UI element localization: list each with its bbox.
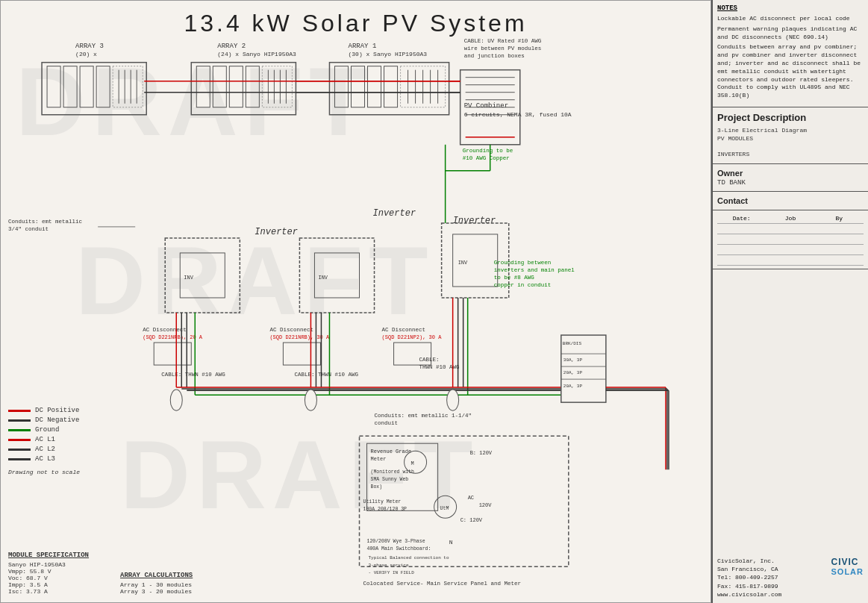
note-1: Permanent warning plaques indicating AC … [717, 25, 864, 42]
svg-text:Conduits: emt metallic: Conduits: emt metallic [8, 219, 82, 225]
notes-section: NOTES Lockable AC disconnect per local c… [713, 0, 868, 107]
inverters-label: INVERTERS [717, 150, 864, 158]
module-spec-line-4: Isc: 3.73 A [8, 588, 89, 595]
svg-text:Grounding to be: Grounding to be [463, 148, 513, 154]
svg-text:to be #8 AWG: to be #8 AWG [494, 275, 535, 281]
owner-name: TD BANK [717, 179, 864, 187]
array-calc-area: ARRAY CALCULATIONS Array 1 - 30 modules … [120, 572, 193, 595]
module-spec-line-3: Impp: 3.5 A [8, 581, 89, 588]
legend-ac-l2: AC L2 [8, 446, 80, 453]
legend-area: DC Positive DC Negative Ground AC L1 AC … [8, 407, 80, 475]
note-0: Lockable AC disconnect per local code [717, 15, 864, 23]
module-spec-line-1: Vmpp: 55.8 V [8, 568, 89, 575]
svg-text:INV: INV [184, 275, 193, 281]
array-calc-heading: ARRAY CALCULATIONS [120, 572, 193, 579]
project-description-section: Project Description 3-Line Electrical Di… [713, 107, 868, 164]
dc-positive-line [8, 410, 31, 412]
svg-rect-33 [368, 66, 381, 107]
date-row-2 [717, 234, 864, 245]
svg-rect-34 [384, 66, 398, 107]
date-header-row: Date: Job By [717, 213, 864, 224]
svg-text:Box): Box) [371, 484, 383, 490]
project-description-heading: Project Description [717, 112, 864, 123]
legend-ac-l1: AC L1 [8, 436, 80, 443]
sidebar: NOTES Lockable AC disconnect per local c… [711, 0, 868, 603]
svg-text:AC Disconnect: AC Disconnect [143, 327, 187, 333]
ground-line [8, 429, 31, 431]
svg-text:B: 120V: B: 120V [470, 450, 493, 456]
svg-text:Conduits: emt metallic 1-1/4": Conduits: emt metallic 1-1/4" [375, 413, 472, 419]
company-address: CivicSolar, Inc. San Francisco, CA Tel: … [717, 557, 781, 599]
svg-rect-24 [246, 66, 259, 107]
svg-text:M: M [411, 460, 414, 466]
module-spec-area: MODULE SPECIFICATION Sanyo HIP-1950A3 Vm… [8, 552, 89, 595]
svg-text:PV Combiner: PV Combiner [464, 102, 508, 110]
svg-rect-82 [283, 343, 320, 365]
svg-text:INV: INV [458, 260, 468, 266]
svg-text:- VERIFY IN FIELD: - VERIFY IN FIELD [369, 570, 415, 575]
svg-text:20A, 3P: 20A, 3P [563, 370, 583, 375]
company-fax: Fax: 415-817-9899 [717, 582, 781, 590]
svg-text:CABLE: THWN #10 AWG: CABLE: THWN #10 AWG [161, 372, 225, 378]
company-tel: Tel: 800-409-2257 [717, 573, 781, 581]
svg-rect-13 [80, 66, 93, 107]
civic-solar-logo: CIVIC SOLAR [831, 557, 864, 576]
svg-text:400A Main Switchboard:: 400A Main Switchboard: [367, 546, 431, 552]
svg-text:SMA Sunny Web: SMA Sunny Web [371, 477, 409, 482]
svg-text:BRK/DIS: BRK/DIS [563, 341, 582, 346]
main-drawing-area: 13.4 kW Solar PV System DRAFT DRAFT DRAF… [0, 0, 711, 603]
svg-rect-25 [262, 66, 292, 107]
svg-text:6 circuits, NEMA 3R, fused 10A: 6 circuits, NEMA 3R, fused 10A [464, 111, 572, 118]
by-col-label: By [815, 215, 864, 222]
notes-heading: NOTES [717, 4, 864, 12]
svg-rect-31 [334, 66, 348, 107]
svg-rect-21 [196, 66, 210, 107]
svg-text:100A 208/120 3P: 100A 208/120 3P [363, 507, 408, 512]
legend-dc-positive: DC Positive [8, 407, 80, 414]
svg-text:120V: 120V [479, 502, 493, 508]
svg-text:UtM: UtM [440, 506, 449, 511]
ac-l3-line [8, 458, 31, 460]
svg-text:3-phase service: 3-phase service [369, 563, 409, 568]
owner-section: Owner TD BANK [713, 164, 868, 192]
svg-text:120/208V Wye 3-Phase: 120/208V Wye 3-Phase [367, 539, 425, 544]
svg-rect-22 [213, 66, 226, 107]
svg-text:copper in conduit: copper in conduit [494, 282, 552, 288]
sidebar-footer: CivicSolar, Inc. San Francisco, CA Tel: … [713, 552, 868, 603]
svg-text:3/4" conduit: 3/4" conduit [8, 226, 49, 232]
module-type: PV MODULES [717, 134, 864, 143]
svg-text:30A, 3P: 30A, 3P [563, 357, 583, 363]
svg-point-150 [447, 390, 459, 410]
svg-text:20A, 3P: 20A, 3P [563, 384, 583, 389]
note-2: Conduits between array and pv combiner; … [717, 43, 864, 100]
svg-text:(20) x: (20) x [75, 51, 97, 57]
svg-text:N: N [449, 539, 453, 546]
legend-ground: Ground [8, 426, 80, 434]
svg-text:THWN #10 AWG: THWN #10 AWG [419, 364, 460, 370]
array-calc-line-0: Array 1 - 30 modules [120, 581, 193, 588]
svg-text:INV: INV [318, 275, 328, 281]
svg-text:CABLE: THWN #10 AWG: CABLE: THWN #10 AWG [294, 372, 358, 378]
svg-text:(SQD D221NRB), 20 A: (SQD D221NRB), 20 A [143, 334, 203, 340]
svg-text:#10 AWG Copper: #10 AWG Copper [463, 155, 510, 161]
contact-section: Contact [713, 192, 868, 210]
svg-text:Meter: Meter [371, 456, 387, 462]
svg-text:conduit: conduit [375, 420, 399, 426]
module-spec-line-2: Voc: 68.7 V [8, 575, 89, 581]
date-table: Date: Job By [713, 210, 868, 269]
svg-text:Revenue Grade: Revenue Grade [371, 449, 412, 454]
drawing-scale-note: Drawing not to scale [8, 469, 80, 475]
svg-rect-23 [229, 66, 243, 107]
svg-text:ARRAY 2: ARRAY 2 [217, 43, 246, 50]
company-name: CivicSolar, Inc. [717, 557, 781, 565]
svg-text:CABLE: UV Rated #10 AWG: CABLE: UV Rated #10 AWG [464, 38, 542, 44]
svg-text:Colocated Service- Main Servic: Colocated Service- Main Service Panel an… [363, 581, 522, 587]
module-spec-line-0: Sanyo HIP-1950A3 [8, 561, 89, 568]
svg-text:(30) x Sanyo HIP1950A3: (30) x Sanyo HIP1950A3 [348, 51, 427, 57]
svg-text:(SQD D221NP2), 30 A: (SQD D221NP2), 30 A [382, 334, 443, 340]
svg-rect-12 [63, 66, 77, 107]
date-row-1 [717, 224, 864, 234]
array3-label: ARRAY 3 [75, 43, 104, 50]
svg-rect-11 [47, 66, 60, 107]
logo-civic: CIVIC [831, 557, 864, 567]
